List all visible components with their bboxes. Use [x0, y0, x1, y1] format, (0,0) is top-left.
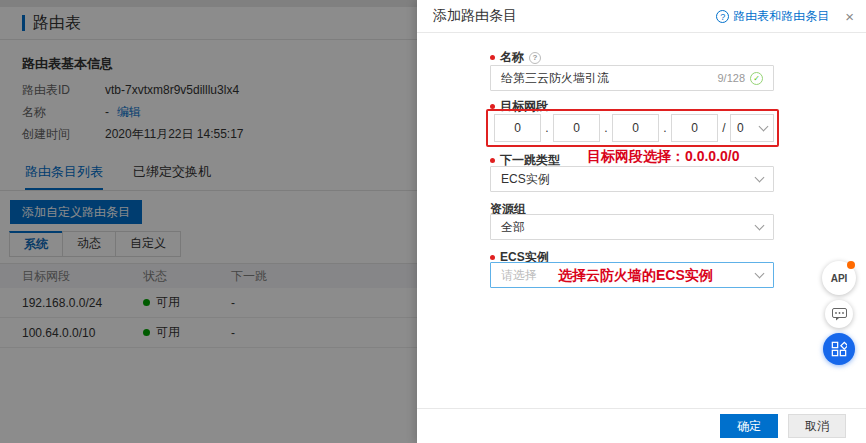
octet-input-3[interactable]: 0 — [612, 114, 659, 142]
drawer-title: 添加路由条目 — [433, 7, 517, 25]
next-hop-type-select[interactable]: ECS实例 — [490, 166, 774, 192]
add-route-entry-drawer: 添加路由条目 ? 路由表和路由条目 × 名称 ? 给第三云防火墙引流 9/128… — [417, 0, 866, 443]
chevron-down-icon — [755, 173, 765, 183]
feedback-fab-button[interactable] — [825, 300, 853, 328]
octet-input-1[interactable]: 0 — [494, 114, 541, 142]
confirm-button[interactable]: 确定 — [720, 414, 778, 438]
name-label: 名称 — [500, 49, 524, 66]
drawer-header-actions: ? 路由表和路由条目 × — [716, 0, 854, 33]
name-input[interactable]: 给第三云防火墙引流 9/128 ✓ — [490, 65, 774, 91]
help-circle-icon: ? — [716, 10, 729, 23]
chevron-down-icon — [759, 122, 769, 132]
octet-separator: . — [541, 121, 553, 135]
octet-separator: . — [600, 121, 612, 135]
chevron-down-icon — [755, 221, 765, 231]
resource-group-value: 全部 — [501, 219, 756, 236]
valid-check-icon: ✓ — [750, 72, 763, 85]
dim-overlay — [0, 0, 417, 443]
api-fab-button[interactable]: API — [822, 261, 856, 295]
required-bullet-icon — [490, 158, 495, 163]
char-counter: 9/128 — [717, 72, 745, 84]
chevron-down-icon — [755, 269, 765, 279]
resource-group-select[interactable]: 全部 — [490, 214, 774, 240]
drawer-header: 添加路由条目 ? 路由表和路由条目 × — [417, 0, 866, 33]
mask-value: 0 — [737, 121, 744, 135]
octet-input-2[interactable]: 0 — [553, 114, 600, 142]
name-help-icon[interactable]: ? — [529, 52, 541, 64]
close-icon[interactable]: × — [845, 8, 854, 25]
help-doc-link[interactable]: 路由表和路由条目 — [733, 8, 829, 25]
name-field-label-row: 名称 ? — [490, 49, 541, 66]
required-bullet-icon — [490, 255, 495, 260]
mask-separator: / — [718, 121, 730, 135]
mask-dropdown[interactable]: 0 — [730, 114, 774, 142]
api-label: API — [831, 273, 848, 284]
dest-cidr-inputs: 0 . 0 . 0 . 0 / 0 — [494, 114, 774, 142]
apps-fab-button[interactable] — [823, 333, 855, 365]
chat-icon — [832, 308, 847, 321]
drawer-footer: 确定 取消 — [417, 408, 866, 443]
cidr-annotation-text: 目标网段选择：0.0.0.0/0 — [587, 148, 740, 166]
name-input-value: 给第三云防火墙引流 — [501, 70, 717, 87]
octet-input-4[interactable]: 0 — [671, 114, 718, 142]
cancel-button[interactable]: 取消 — [788, 414, 846, 438]
next-hop-type-value: ECS实例 — [501, 171, 756, 188]
ecs-annotation-text: 选择云防火墙的ECS实例 — [558, 267, 713, 285]
notification-dot-icon — [847, 261, 855, 269]
app-grid-icon — [831, 341, 847, 357]
required-bullet-icon — [490, 55, 495, 60]
octet-separator: . — [659, 121, 671, 135]
page: 路由表 路由表基本信息 路由表ID vtb-7xvtxm8r9v5dilllu3… — [0, 0, 866, 443]
